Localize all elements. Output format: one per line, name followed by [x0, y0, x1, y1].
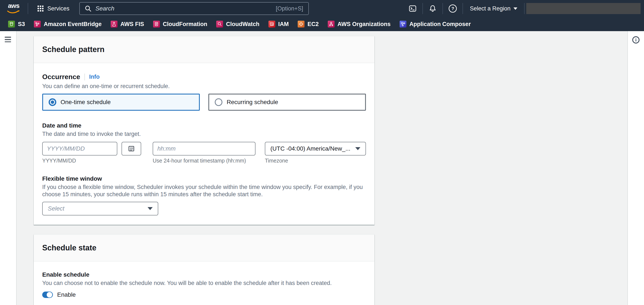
- favorite-cloudformation[interactable]: CloudFormation: [153, 21, 207, 28]
- search-icon: [85, 5, 91, 12]
- timezone-select[interactable]: (UTC -04:00) America/New_...: [265, 142, 366, 156]
- favorite-aws-organizations[interactable]: AWS Organizations: [328, 21, 391, 28]
- date-picker-button[interactable]: [122, 142, 141, 156]
- schedule-state-title: Schedule state: [42, 243, 366, 253]
- datetime-field: Date and time The date and time to invok…: [42, 122, 366, 164]
- notifications-button[interactable]: [423, 0, 442, 17]
- schedule-pattern-card: Schedule pattern Occurrence Info You can…: [34, 36, 374, 225]
- services-grid-icon: [38, 6, 44, 12]
- favorite-label: EC2: [308, 21, 319, 28]
- datetime-label: Date and time: [42, 122, 366, 129]
- cloudshell-terminal-icon: [409, 5, 416, 12]
- occurrence-label: Occurrence: [42, 73, 80, 81]
- region-label: Select a Region: [470, 5, 510, 12]
- date-input[interactable]: [42, 142, 117, 156]
- schedule-pattern-header: Schedule pattern: [34, 36, 374, 63]
- region-selector[interactable]: Select a Region: [463, 5, 524, 12]
- schedule-state-header: Schedule state: [34, 234, 374, 262]
- ec2-icon: [298, 21, 304, 28]
- favorite-label: AWS Organizations: [338, 21, 391, 28]
- services-menu-button[interactable]: Services: [35, 5, 72, 12]
- schedule-pattern-body: Occurrence Info You can define an one-ti…: [34, 63, 374, 225]
- time-input[interactable]: [153, 142, 256, 156]
- select-caret-icon: [355, 147, 360, 150]
- tile-label: Recurring schedule: [227, 99, 278, 106]
- info-icon[interactable]: i: [632, 36, 640, 44]
- services-label: Services: [47, 5, 70, 12]
- schedule-state-body: Enable schedule You can choose not to en…: [34, 262, 374, 305]
- favorite-amazon-eventbridge[interactable]: Amazon EventBridge: [34, 21, 102, 28]
- cloudwatch-icon: [216, 21, 223, 28]
- datetime-description: The date and time to invoke the target.: [42, 130, 366, 138]
- favorite-label: IAM: [278, 21, 289, 28]
- favorite-label: CloudWatch: [226, 21, 259, 28]
- favorite-ec2[interactable]: EC2: [298, 21, 319, 28]
- occurrence-field: Occurrence Info You can define an one-ti…: [42, 73, 366, 111]
- favorite-iam[interactable]: IAM: [268, 21, 289, 28]
- flexible-window-field: Flexible time window If you choose a fle…: [42, 175, 366, 216]
- select-placeholder: Select: [48, 205, 64, 212]
- favorite-s3[interactable]: S3: [8, 21, 25, 28]
- help-panel-collapsed: i: [627, 31, 644, 305]
- favorite-label: Amazon EventBridge: [44, 21, 102, 28]
- schedule-pattern-title: Schedule pattern: [42, 44, 366, 54]
- recurring-schedule-tile[interactable]: Recurring schedule: [208, 94, 366, 111]
- favorite-label: S3: [18, 21, 25, 28]
- favorite-label: CloudFormation: [163, 21, 207, 28]
- question-mark-icon: ?: [449, 4, 457, 12]
- schedule-state-card: Schedule state Enable schedule You can c…: [34, 234, 374, 305]
- timezone-value: (UTC -04:00) America/New_...: [270, 145, 350, 152]
- time-hint: Use 24-hour format timestamp (hh:mm): [153, 158, 256, 164]
- select-caret-icon: [148, 207, 153, 210]
- aws-logo-text: aws: [6, 3, 21, 9]
- aws-smile-icon: [7, 10, 20, 14]
- search-box[interactable]: Search [Option+S]: [79, 2, 309, 15]
- favorites-bar: S3 Amazon EventBridge AWS FIS CloudForma…: [0, 17, 644, 31]
- radio-checked-icon: [48, 98, 56, 106]
- bell-icon: [429, 5, 436, 12]
- enable-toggle-label: Enable: [57, 291, 76, 298]
- aws-logo[interactable]: aws: [6, 3, 21, 14]
- side-navigation-collapsed: [0, 31, 17, 305]
- favorite-label: AWS FIS: [120, 21, 144, 28]
- flexible-window-description: If you choose a flexible time window, Sc…: [42, 184, 366, 198]
- favorite-label: Application Composer: [410, 21, 471, 28]
- help-button[interactable]: ?: [443, 0, 462, 17]
- enable-schedule-label: Enable schedule: [42, 271, 366, 278]
- one-time-schedule-tile[interactable]: One-time schedule: [42, 94, 200, 111]
- tile-label: One-time schedule: [60, 99, 111, 106]
- favorite-application-composer[interactable]: Application Composer: [400, 21, 471, 28]
- account-menu-redacted[interactable]: [526, 3, 640, 14]
- top-navigation-bar: aws Services Search [Option+S]: [0, 0, 644, 17]
- fis-icon: [111, 21, 118, 28]
- search-shortcut-hint: [Option+S]: [276, 5, 303, 12]
- main-form-area: Schedule pattern Occurrence Info You can…: [34, 36, 374, 305]
- iam-icon: [268, 21, 275, 28]
- nav-divider: [28, 3, 28, 14]
- date-hint: YYYY/MM/DD: [42, 158, 141, 164]
- content-region: Schedule pattern Occurrence Info You can…: [0, 31, 644, 305]
- calendar-icon: [128, 145, 135, 152]
- radio-unchecked-icon: [215, 98, 222, 106]
- label-divider: [84, 74, 85, 80]
- search-placeholder: Search: [96, 5, 114, 12]
- nav-divider: [524, 3, 524, 14]
- cloudshell-button[interactable]: [403, 0, 422, 17]
- chevron-down-icon: [514, 8, 517, 10]
- favorite-aws-fis[interactable]: AWS FIS: [111, 21, 144, 28]
- timezone-hint: Timezone: [265, 158, 366, 164]
- occurrence-info-link[interactable]: Info: [89, 74, 100, 80]
- menu-icon[interactable]: [5, 37, 11, 42]
- aws-console-screen: aws Services Search [Option+S]: [0, 0, 644, 305]
- occurrence-description: You can define an one-time or recurrent …: [42, 82, 366, 90]
- favorite-cloudwatch[interactable]: CloudWatch: [216, 21, 259, 28]
- enable-schedule-description: You can choose not to enable the schedul…: [42, 280, 366, 287]
- flexible-window-select[interactable]: Select: [42, 202, 158, 216]
- enable-toggle[interactable]: [42, 292, 53, 298]
- cloudformation-icon: [153, 21, 160, 28]
- s3-icon: [8, 21, 15, 28]
- occurrence-tiles: One-time schedule Recurring schedule: [42, 94, 366, 111]
- eventbridge-icon: [34, 21, 41, 28]
- application-composer-icon: [400, 21, 406, 28]
- organizations-icon: [328, 21, 334, 28]
